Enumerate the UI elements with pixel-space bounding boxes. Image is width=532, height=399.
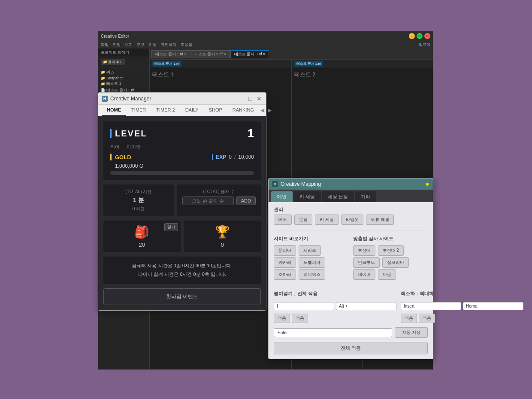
menu-item-tools[interactable]: 도구: [137, 42, 145, 48]
site-series[interactable]: 시리즈: [299, 245, 321, 256]
map-tab-key[interactable]: 키 세팅: [293, 191, 321, 202]
nav-left[interactable]: ◀: [259, 107, 266, 113]
menu-item-goto[interactable]: 이동: [149, 42, 157, 48]
exp-bar-indicator: [212, 154, 213, 160]
timer-line-2: 타이머 합계 시간은 0시간 0분 0초 입니다.: [110, 270, 254, 279]
mapping-titlebar: H Creative Mapping ●: [269, 178, 433, 190]
exp-row: EXP 0 / 10,000: [212, 154, 254, 160]
menu-item-express[interactable]: 표현하다: [161, 42, 176, 48]
map-tab-main[interactable]: 메인: [271, 191, 293, 202]
menu-item-file[interactable]: 파일: [101, 42, 109, 48]
memo-button[interactable]: 메모: [274, 215, 292, 225]
full-apply-shortcut-label: 전체 적용: [297, 290, 317, 297]
spell-buttons-row2: 인크루트 잡코리아: [353, 257, 428, 268]
mapping-close-button[interactable]: ●: [425, 180, 429, 188]
site-novelpia[interactable]: 노벨피아: [299, 257, 325, 268]
spell-naver[interactable]: 네이버: [353, 269, 375, 280]
paste-input[interactable]: [274, 302, 334, 310]
spell-pusan[interactable]: 부산대: [353, 245, 375, 256]
level-row: LEVEL 1: [110, 127, 254, 140]
key-setting-button[interactable]: 키 세팅: [315, 215, 339, 225]
mapping-body: 관리 메모 문장 키 세팅 타임셋 오류 해결 사이트 바로가기 문피아 시리즈…: [269, 202, 433, 359]
paste-apply-button[interactable]: 적용: [274, 314, 290, 323]
trophy-count: 0: [221, 242, 224, 248]
help-link[interactable]: 헬프이: [419, 42, 430, 48]
nav-right[interactable]: ▶: [266, 107, 273, 113]
mapping-tabs: 메인 키 세팅 세팅 문장 기타: [269, 190, 433, 202]
editor-tab-1[interactable]: 테스트 문서 1.nf ×: [151, 50, 190, 58]
editor-tab-3[interactable]: 테스트 문서 3.nf ×: [230, 50, 269, 58]
timeset-button[interactable]: 타임셋: [341, 215, 363, 225]
site-buttons-row3: 조아라 리디북스: [274, 269, 349, 280]
enter-input[interactable]: [274, 328, 392, 337]
menu-item-view[interactable]: 보기: [125, 42, 133, 48]
site-munpia[interactable]: 문피아: [274, 245, 296, 256]
full-apply-button[interactable]: 전체 적용: [274, 342, 428, 354]
char-input[interactable]: [182, 196, 234, 205]
spell-pusan2[interactable]: 부산대 2: [378, 245, 404, 256]
pane-tab-1[interactable]: 테스트 문서 1.nf: [152, 61, 181, 66]
mgr-tab-ranking[interactable]: RANKING: [227, 105, 259, 116]
max-label: 최대화: [420, 290, 434, 297]
divider-2: [274, 285, 428, 285]
tree-item[interactable]: 📁씨즈: [99, 69, 148, 76]
close-button[interactable]: ✕: [424, 33, 430, 39]
map-tab-etc[interactable]: 기타: [355, 191, 376, 202]
map-tab-sentence[interactable]: 세팅 문장: [322, 191, 354, 202]
mgr-tab-shop[interactable]: SHOP: [204, 105, 227, 116]
paste-full-apply-button[interactable]: 적용: [292, 314, 308, 323]
stats-section: (TOTAL) 시간 1 분 0 시간 (TOTAL) 글자 수 ADD: [103, 184, 261, 216]
manager-titlebar: H Creative Manager ─ □ ✕: [98, 93, 266, 105]
menu-item-help[interactable]: 도움말: [181, 42, 192, 48]
level-label: LEVEL: [110, 129, 147, 139]
tree-item[interactable]: 📁Snapshot: [99, 76, 148, 81]
max-apply-button[interactable]: 적용: [419, 314, 435, 323]
site-kakape[interactable]: 카카페: [274, 257, 296, 268]
spell-incruit[interactable]: 인크루트: [353, 257, 380, 268]
manager-close[interactable]: ✕: [256, 96, 263, 102]
min-input[interactable]: [401, 302, 461, 310]
site-ridibooks[interactable]: 리디북스: [299, 269, 325, 280]
open-button[interactable]: 열기: [164, 223, 178, 231]
spell-jobkorea[interactable]: 잡코리아: [382, 257, 409, 268]
total-chars-label: (TOTAL) 글자 수: [203, 189, 235, 195]
stat-box-time: (TOTAL) 시간 1 분 0 시간: [103, 184, 174, 216]
manager-maximize[interactable]: □: [248, 96, 253, 102]
mgr-tab-home[interactable]: HOME: [102, 105, 126, 116]
gold-label: GOLD: [115, 154, 131, 160]
event-button[interactable]: 횟타임 이벤트: [103, 288, 261, 305]
minimize-button[interactable]: ─: [409, 33, 415, 39]
tree-item[interactable]: 📁테스트 1: [99, 81, 148, 87]
mgr-tab-timer[interactable]: TIMER: [126, 105, 151, 116]
paste-full-input[interactable]: [336, 302, 396, 310]
error-fix-button[interactable]: 오류 해결: [366, 215, 394, 225]
menu-item-edit[interactable]: 편집: [113, 42, 121, 48]
add-char-button[interactable]: ADD: [236, 196, 256, 205]
icons-section: 열기 🎒 20 🏆 0: [103, 221, 261, 252]
management-buttons: 메모 문장 키 세팅 타임셋 오류 해결: [274, 215, 428, 225]
site-joara[interactable]: 조아라: [274, 269, 296, 280]
add-folder-button[interactable]: 📁 폴더 추가: [101, 59, 125, 65]
max-input[interactable]: [463, 302, 523, 310]
nav-arrows: ◀ ▶: [259, 107, 273, 113]
exp-current: 0: [229, 154, 232, 160]
auto-save-button[interactable]: 자동 저장: [395, 327, 428, 338]
site-buttons-row1: 문피아 시리즈: [274, 245, 349, 256]
editor-tab-2[interactable]: 테스트 문서 2.nf ×: [191, 50, 230, 58]
editor-menubar: 파일 편집 보기 도구 이동 표현하다 도움말 헬프이: [98, 41, 433, 48]
mgr-tab-daily[interactable]: DAILY: [180, 105, 204, 116]
minmax-apply-row: 적용 적용: [401, 314, 523, 323]
paste-label: 붙여넣기: [274, 290, 293, 297]
spell-daum[interactable]: 다음: [378, 269, 396, 280]
pane-tab-2[interactable]: 테스트 문서 2.nf: [294, 61, 323, 66]
manager-minimize[interactable]: ─: [239, 96, 245, 102]
sentence-button[interactable]: 문장: [294, 215, 312, 225]
maximize-button[interactable]: □: [417, 33, 423, 39]
gold-row: GOLD EXP 0 / 10,000: [110, 154, 254, 160]
shortcut-section: 붙여넣기 / 전체 적용 적용 적용 최소화 / 최대화: [274, 290, 428, 323]
mgr-tab-timer2[interactable]: TIMER 2: [151, 105, 180, 116]
mapping-title: Creative Mapping: [281, 181, 321, 187]
min-apply-button[interactable]: 적용: [401, 314, 417, 323]
icon-box-bag: 열기 🎒 20: [103, 221, 181, 252]
editor-win-buttons: ─ □ ✕: [409, 33, 430, 39]
